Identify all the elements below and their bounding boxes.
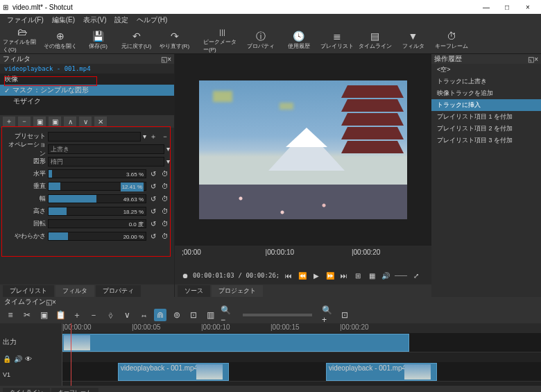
skip-previous-button[interactable]: ⏮	[284, 272, 293, 280]
keyframe-icon[interactable]: ⏱	[160, 220, 170, 228]
rotate-slider[interactable]: 0.0 度	[48, 219, 146, 228]
dropdown-icon[interactable]: ▾	[143, 133, 146, 140]
toolbar-8[interactable]: ≣プレイリスト	[318, 29, 356, 51]
dropdown-icon[interactable]: ▾	[166, 145, 170, 153]
tl-split-button[interactable]: ⟗	[137, 309, 150, 321]
tl-ripple-all-button[interactable]: ▥	[204, 309, 216, 321]
soft-value[interactable]: 20.00 %	[123, 232, 144, 241]
tl-paste-button[interactable]: 📋	[54, 309, 67, 321]
timeline-clip[interactable]: videoplayback - 001.mp4	[118, 363, 229, 381]
skip-next-button[interactable]: ⏭	[339, 272, 349, 280]
filter-item-mosaic[interactable]: モザイク	[0, 96, 174, 107]
reset-icon[interactable]: ↺	[148, 182, 158, 190]
toolbar-6[interactable]: ⓘプロパティ	[241, 29, 280, 51]
operation-select[interactable]: 上書き	[48, 144, 164, 154]
filter-down-button[interactable]: ∨	[79, 117, 92, 126]
reset-icon[interactable]: ↺	[148, 220, 158, 228]
toolbar-5[interactable]: ⫼ピークメーター(P)	[203, 25, 241, 55]
width-slider[interactable]: 49.63 %	[48, 194, 146, 203]
grid-button[interactable]: ▦	[367, 272, 377, 280]
soft-slider[interactable]: 20.00 %	[48, 232, 146, 241]
timeline-clip[interactable]	[62, 334, 409, 352]
hist-item-selected[interactable]: トラックに挿入	[431, 99, 541, 111]
tl-copy-button[interactable]: ▣	[37, 309, 50, 321]
tab-timeline[interactable]: タイムライン	[3, 388, 50, 392]
horizontal-slider[interactable]: 3.65 %	[48, 169, 146, 178]
track-lock-mute-hide[interactable]: 🔒🔊👁	[0, 351, 62, 367]
tl-zoom-slider[interactable]	[243, 314, 312, 316]
rotate-value[interactable]: 0.0 度	[129, 220, 144, 229]
tl-ripple-button[interactable]: ⊡	[187, 309, 200, 321]
keyframe-icon[interactable]: ⏱	[160, 170, 170, 178]
tab-filters[interactable]: フィルタ	[55, 285, 94, 297]
preset-add-button[interactable]: ＋	[148, 132, 158, 142]
tl-snap-button[interactable]: ⋒	[154, 309, 166, 321]
play-button[interactable]: ▶	[311, 272, 321, 280]
filter-remove-button[interactable]: －	[18, 117, 31, 126]
toolbar-9[interactable]: ▤タイムライン	[356, 29, 394, 51]
hist-item[interactable]: 映像トラックを追加	[431, 87, 541, 99]
reset-icon[interactable]: ↺	[148, 232, 158, 240]
tl-lift-button[interactable]: ∨	[121, 309, 133, 321]
hist-item[interactable]: プレイリスト項目 1 を付加	[431, 111, 541, 123]
filter-item-mask[interactable]: ✓マスク：シンプルな図形	[0, 85, 174, 96]
minimize-button[interactable]: —	[476, 3, 497, 11]
tab-properties[interactable]: プロパティ	[96, 285, 141, 297]
tab-keyframes[interactable]: キーフレーム	[51, 388, 98, 392]
filter-add-button[interactable]: ＋	[3, 117, 15, 126]
tl-append-button[interactable]: ＋	[71, 309, 83, 321]
menu-help[interactable]: ヘルプ(H)	[134, 15, 170, 26]
zoom-button[interactable]: ⊞	[353, 272, 363, 280]
filter-paste-button[interactable]: ▣	[49, 117, 61, 126]
preset-select[interactable]	[48, 132, 141, 142]
height-slider[interactable]: 18.25 %	[48, 207, 146, 216]
tl-cut-button[interactable]: ✂	[21, 309, 33, 321]
shape-select[interactable]: 楕円	[48, 157, 164, 167]
toolbar-10[interactable]: ▼フィルタ	[394, 29, 432, 51]
panel-float-icon[interactable]: ◱	[46, 298, 52, 306]
tl-overwrite-button[interactable]: ⎀	[104, 309, 117, 321]
vertical-slider[interactable]: 12.41 %	[48, 182, 146, 191]
reset-icon[interactable]: ↺	[148, 195, 158, 203]
tl-zoom-fit-button[interactable]: ⊡	[338, 309, 351, 321]
track-v1-header[interactable]: V1	[0, 367, 62, 382]
tl-zoom-in-button[interactable]: 🔍+	[322, 309, 334, 321]
menu-file[interactable]: ファイル(F)	[4, 15, 46, 26]
keyframe-icon[interactable]: ⏱	[160, 232, 170, 240]
dropdown-icon[interactable]: ▾	[166, 157, 170, 165]
horizontal-value[interactable]: 3.65 %	[126, 170, 144, 179]
toolbar-11[interactable]: ⏱キーフレーム	[432, 29, 470, 51]
tl-zoom-out-button[interactable]: 🔍−	[221, 309, 233, 321]
panel-float-icon[interactable]: ◱	[161, 56, 167, 63]
menu-edit[interactable]: 編集(E)	[49, 15, 78, 26]
track-output[interactable]	[62, 333, 541, 352]
hist-empty[interactable]: <空>	[431, 64, 541, 76]
keyframe-icon[interactable]: ⏱	[160, 182, 170, 190]
panel-close-icon[interactable]: ×	[534, 56, 538, 63]
volume-button[interactable]: 🔊	[381, 272, 390, 280]
height-value[interactable]: 18.25 %	[123, 207, 144, 216]
fullscreen-button[interactable]: ⤢	[411, 272, 421, 280]
filter-up-button[interactable]: ∧	[64, 117, 76, 126]
panel-float-icon[interactable]: ◱	[528, 56, 534, 63]
toolbar-3[interactable]: ↶元に戻す(U)	[117, 29, 155, 51]
timeline-playhead[interactable]	[71, 323, 71, 386]
tl-menu-button[interactable]: ≡	[4, 309, 17, 321]
reset-icon[interactable]: ↺	[148, 207, 158, 215]
panel-close-icon[interactable]: ×	[52, 298, 56, 306]
tab-source[interactable]: ソース	[178, 285, 210, 297]
toolbar-1[interactable]: ⊕その他を開く	[41, 29, 79, 51]
tab-playlist[interactable]: プレイリスト	[3, 285, 54, 297]
filter-copy-button[interactable]: ▣	[33, 117, 46, 126]
timecode-pos[interactable]: 00:00:01:03	[193, 272, 234, 279]
hist-item[interactable]: トラックに上書き	[431, 76, 541, 87]
keyframe-icon[interactable]: ⏱	[160, 195, 170, 203]
close-button[interactable]: ×	[517, 3, 538, 11]
toolbar-4[interactable]: ↷やり直す(R)	[155, 29, 194, 51]
tl-scrub-button[interactable]: ⊚	[171, 309, 183, 321]
player-scrub-ruler[interactable]: ;00:00 |00:00:10 |00:00:20	[175, 246, 431, 266]
toolbar-2[interactable]: 💾保存(S)	[79, 29, 117, 51]
panel-close-icon[interactable]: ×	[167, 56, 171, 63]
fast-forward-button[interactable]: ⏩	[325, 272, 335, 280]
tab-project[interactable]: プロジェクト	[212, 285, 263, 297]
